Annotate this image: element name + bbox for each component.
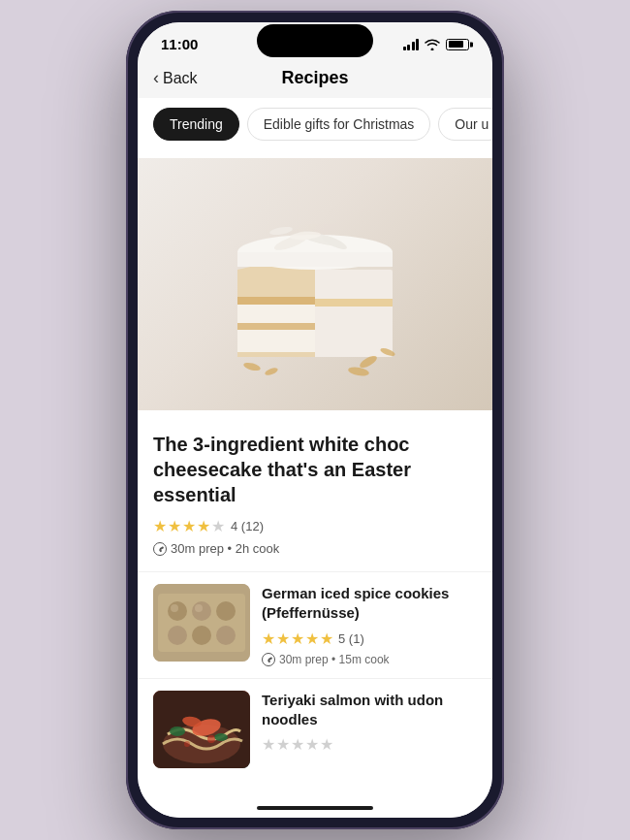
svg-rect-9 <box>237 252 315 267</box>
r2-star-1: ★ <box>262 735 275 754</box>
svg-point-18 <box>242 361 261 372</box>
r1-star-4: ★ <box>305 630 319 648</box>
recipe-name-2: Teriyaki salmon with udon noodles <box>262 691 477 730</box>
dynamic-island <box>257 24 373 57</box>
status-time: 11:00 <box>161 36 198 52</box>
recipe-info-2: Teriyaki salmon with udon noodles ★ ★ ★ … <box>262 691 477 768</box>
clock-icon <box>153 542 167 556</box>
svg-point-24 <box>192 601 211 621</box>
svg-rect-10 <box>315 252 393 267</box>
recipe-item-1[interactable]: German iced spice cookies (Pfeffernüsse)… <box>138 571 492 678</box>
star-5: ★ <box>211 517 225 535</box>
svg-point-20 <box>347 366 369 377</box>
r1-star-1: ★ <box>262 630 275 648</box>
recipe-stars-2: ★ ★ ★ ★ ★ <box>262 735 333 754</box>
phone-screen: 11:00 ‹ Back Recipes <box>138 22 492 818</box>
svg-point-27 <box>192 626 211 645</box>
svg-marker-6 <box>237 305 315 323</box>
tab-trending[interactable]: Trending <box>153 108 239 141</box>
r1-star-2: ★ <box>276 630 290 648</box>
r2-star-5: ★ <box>320 735 333 754</box>
svg-point-19 <box>264 367 278 376</box>
svg-point-29 <box>171 604 178 612</box>
home-indicator <box>138 798 492 818</box>
star-2: ★ <box>168 517 181 535</box>
recipe-rating-2: ★ ★ ★ ★ ★ <box>262 735 477 754</box>
recipe-rating-1: ★ ★ ★ ★ ★ 5 (1) <box>262 630 477 648</box>
recipe-info-1: German iced spice cookies (Pfeffernüsse)… <box>262 584 477 666</box>
content-area: Trending Edible gifts for Christmas Our … <box>138 98 492 798</box>
hero-time-row: 30m prep • 2h cook <box>153 541 477 556</box>
signal-icon <box>403 39 420 50</box>
tab-our-u[interactable]: Our u <box>438 108 492 141</box>
recipe-rating-text-1: 5 (1) <box>338 631 364 646</box>
svg-point-35 <box>170 727 185 736</box>
hero-image[interactable] <box>138 158 492 410</box>
svg-point-38 <box>184 741 190 747</box>
r1-star-3: ★ <box>291 630 304 648</box>
clock-icon-r1 <box>262 653 275 666</box>
svg-marker-5 <box>237 323 315 330</box>
svg-point-37 <box>207 735 215 743</box>
home-bar <box>257 806 373 810</box>
svg-point-25 <box>216 601 236 621</box>
svg-point-28 <box>216 626 236 645</box>
recipe-thumb-1 <box>153 584 250 662</box>
recipe-thumb-2 <box>153 691 250 768</box>
battery-icon <box>446 39 469 50</box>
back-chevron-icon: ‹ <box>153 68 159 88</box>
page-title: Recipes <box>281 68 348 88</box>
hero-time-label: 30m prep • 2h cook <box>171 541 279 556</box>
star-4: ★ <box>197 517 210 535</box>
back-button[interactable]: ‹ Back <box>153 68 198 88</box>
svg-point-15 <box>269 225 294 236</box>
hero-rating-row: ★ ★ ★ ★ ★ 4 (12) <box>153 517 477 535</box>
recipe-item-2[interactable]: Teriyaki salmon with udon noodles ★ ★ ★ … <box>138 678 492 780</box>
recipe-list: German iced spice cookies (Pfeffernüsse)… <box>138 564 492 788</box>
hero-title[interactable]: The 3-ingredient white choc cheesecake t… <box>153 432 477 507</box>
svg-point-30 <box>195 604 203 612</box>
r2-star-4: ★ <box>305 735 319 754</box>
hero-stars: ★ ★ ★ ★ ★ <box>153 517 225 535</box>
nav-bar: ‹ Back Recipes <box>138 60 492 98</box>
recipe-stars-1: ★ ★ ★ ★ ★ <box>262 630 333 648</box>
cookies-image <box>153 584 250 662</box>
r1-star-5: ★ <box>320 630 333 648</box>
star-1: ★ <box>153 517 167 535</box>
salmon-image <box>153 691 250 768</box>
svg-marker-4 <box>237 297 315 305</box>
star-3: ★ <box>182 517 196 535</box>
tabs-container: Trending Edible gifts for Christmas Our … <box>138 98 492 150</box>
status-icons <box>403 39 470 50</box>
hero-content: The 3-ingredient white choc cheesecake t… <box>138 418 492 564</box>
svg-point-23 <box>168 601 187 621</box>
hero-rating-text: 4 (12) <box>231 519 264 533</box>
svg-point-26 <box>168 626 187 645</box>
r2-star-2: ★ <box>276 735 290 754</box>
recipe-name-1: German iced spice cookies (Pfeffernüsse) <box>262 584 477 624</box>
recipe-time-1: 30m prep • 15m cook <box>262 653 477 666</box>
tab-edible-gifts[interactable]: Edible gifts for Christmas <box>247 108 431 141</box>
cake-illustration <box>138 158 492 410</box>
svg-marker-7 <box>237 330 315 352</box>
back-label: Back <box>163 70 198 87</box>
svg-point-36 <box>214 733 228 741</box>
r2-star-3: ★ <box>291 735 304 754</box>
phone-frame: 11:00 ‹ Back Recipes <box>126 11 504 829</box>
wifi-icon <box>425 39 440 50</box>
